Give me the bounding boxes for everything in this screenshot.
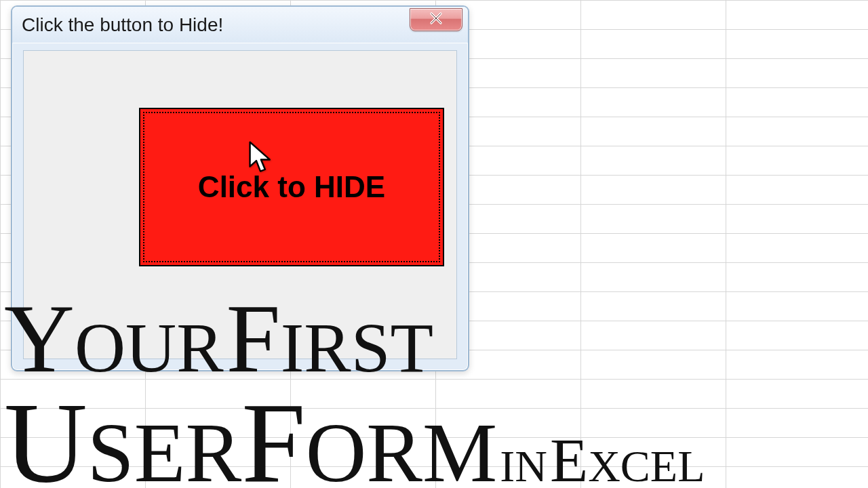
hide-button[interactable]: Click to HIDE [139,108,444,266]
dialog-client-area: Click to HIDE [23,50,457,359]
close-icon [428,10,444,29]
close-button[interactable] [410,8,462,31]
dialog-title: Click the button to Hide! [22,14,223,36]
userform-dialog: Click the button to Hide! Click to HIDE [11,5,469,371]
dialog-titlebar[interactable]: Click the button to Hide! [12,7,468,43]
